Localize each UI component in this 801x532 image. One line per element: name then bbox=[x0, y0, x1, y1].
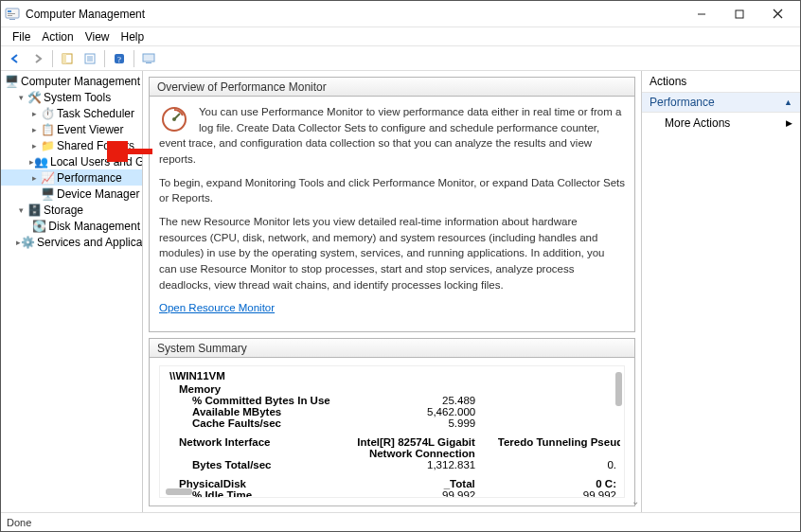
services-icon: ⚙️ bbox=[21, 235, 35, 250]
tree-system-tools[interactable]: ▾ 🛠️ System Tools bbox=[1, 89, 142, 105]
status-text: Done bbox=[7, 517, 31, 528]
content-pane: Overview of Performance Monitor You can … bbox=[143, 71, 641, 512]
tree-root[interactable]: 🖥️ Computer Management (Local) bbox=[1, 73, 142, 89]
chevron-down-icon[interactable]: ⌄ bbox=[632, 496, 639, 506]
menu-file[interactable]: File bbox=[7, 30, 36, 44]
monitor-toolbar-button[interactable] bbox=[138, 48, 159, 69]
collapse-icon[interactable]: ▲ bbox=[784, 98, 792, 107]
tree-performance[interactable]: ▸ 📈 Performance bbox=[1, 169, 142, 186]
svg-point-21 bbox=[172, 117, 176, 121]
svg-text:?: ? bbox=[117, 55, 121, 64]
machine-name: \\WIN11VM bbox=[164, 370, 620, 381]
system-summary-header: System Summary bbox=[150, 339, 634, 358]
chevron-right-icon: ▶ bbox=[786, 118, 792, 128]
tree-disk-management[interactable]: 💽 Disk Management bbox=[1, 218, 142, 234]
actions-section-performance[interactable]: Performance ▲ bbox=[642, 93, 800, 113]
app-icon bbox=[5, 7, 20, 22]
show-hide-tree-button[interactable] bbox=[57, 48, 78, 69]
window-title: Computer Management bbox=[26, 8, 683, 21]
users-icon: 👥 bbox=[34, 154, 48, 169]
network-section: Network InterfaceIntel[R] 82574L Gigabit… bbox=[164, 436, 620, 459]
summary-grid: \\WIN11VM Memory % Committed Bytes In Us… bbox=[159, 365, 625, 498]
svg-rect-1 bbox=[8, 10, 11, 12]
tools-icon: 🛠️ bbox=[27, 90, 42, 105]
device-icon: 🖥️ bbox=[40, 186, 55, 202]
menu-action[interactable]: Action bbox=[36, 30, 79, 44]
tree-event-viewer[interactable]: ▸ 📋 Event Viewer bbox=[1, 121, 142, 137]
tree-local-users[interactable]: ▸ 👥 Local Users and Groups bbox=[1, 153, 142, 169]
svg-rect-18 bbox=[146, 62, 151, 63]
actions-heading: Actions bbox=[642, 71, 800, 93]
horizontal-scrollbar[interactable] bbox=[166, 488, 192, 495]
event-icon: 📋 bbox=[40, 122, 55, 137]
overview-text-2: To begin, expand Monitoring Tools and cl… bbox=[159, 175, 625, 206]
tree-device-manager[interactable]: 🖥️ Device Manager bbox=[1, 186, 142, 202]
storage-icon: 🗄️ bbox=[27, 203, 42, 218]
overview-text-3: The new Resource Monitor lets you view d… bbox=[159, 214, 625, 293]
clock-icon: ⏱️ bbox=[40, 106, 55, 121]
table-row: Available MBytes5,462.000 bbox=[164, 406, 620, 417]
svg-rect-3 bbox=[8, 15, 12, 16]
folder-icon: 📁 bbox=[40, 138, 55, 153]
maximize-button[interactable] bbox=[721, 1, 758, 27]
perfmon-icon bbox=[159, 104, 189, 134]
navigation-tree[interactable]: 🖥️ Computer Management (Local) ▾ 🛠️ Syst… bbox=[1, 71, 143, 512]
memory-section: Memory bbox=[164, 383, 620, 395]
svg-rect-10 bbox=[62, 54, 66, 63]
overview-panel: Overview of Performance Monitor You can … bbox=[149, 77, 635, 332]
table-row: % Committed Bytes In Use25.489 bbox=[164, 395, 620, 406]
collapse-icon[interactable]: ▾ bbox=[16, 93, 27, 102]
svg-rect-4 bbox=[9, 19, 15, 20]
tree-task-scheduler[interactable]: ▸ ⏱️ Task Scheduler bbox=[1, 105, 142, 121]
table-row: Bytes Total/sec1,312.8310. bbox=[164, 459, 620, 470]
vertical-scrollbar[interactable] bbox=[615, 372, 622, 406]
minimize-button[interactable] bbox=[683, 1, 721, 27]
tree-services-apps[interactable]: ▸ ⚙️ Services and Applications bbox=[1, 234, 142, 250]
menu-view[interactable]: View bbox=[80, 30, 116, 44]
tree-shared-folders[interactable]: ▸ 📁 Shared Folders bbox=[1, 137, 142, 153]
overview-text-1: You can use Performance Monitor to view … bbox=[159, 104, 625, 168]
svg-rect-2 bbox=[8, 13, 15, 14]
menu-bar: File Action View Help bbox=[1, 27, 800, 46]
actions-pane: Actions Performance ▲ More Actions ▶ bbox=[641, 71, 800, 512]
collapse-icon[interactable]: ▾ bbox=[16, 205, 27, 215]
back-button[interactable] bbox=[5, 48, 26, 69]
close-button[interactable] bbox=[758, 1, 796, 27]
toolbar: ? bbox=[1, 46, 800, 71]
expand-icon[interactable]: ▸ bbox=[29, 125, 40, 134]
expand-icon[interactable]: ▸ bbox=[29, 173, 40, 183]
expand-icon[interactable]: ▸ bbox=[29, 141, 40, 151]
system-summary-panel: System Summary \\WIN11VM Memory % Commit… bbox=[149, 338, 635, 506]
status-bar: Done bbox=[1, 512, 800, 531]
table-row: Cache Faults/sec5.999 bbox=[164, 417, 620, 429]
svg-rect-17 bbox=[143, 54, 154, 62]
disk-icon: 💽 bbox=[32, 219, 46, 234]
title-bar: Computer Management bbox=[1, 1, 800, 27]
svg-rect-6 bbox=[736, 10, 743, 18]
computer-icon: 🖥️ bbox=[5, 74, 19, 89]
properties-button[interactable] bbox=[80, 48, 100, 69]
overview-header: Overview of Performance Monitor bbox=[150, 78, 634, 97]
actions-more[interactable]: More Actions ▶ bbox=[642, 113, 800, 133]
performance-icon: 📈 bbox=[40, 170, 55, 186]
help-button[interactable]: ? bbox=[109, 48, 130, 69]
tree-storage[interactable]: ▾ 🗄️ Storage bbox=[1, 202, 142, 218]
expand-icon[interactable]: ▸ bbox=[29, 109, 40, 118]
open-resource-monitor-link[interactable]: Open Resource Monitor bbox=[159, 302, 275, 313]
forward-button[interactable] bbox=[27, 48, 48, 69]
menu-help[interactable]: Help bbox=[116, 30, 151, 44]
